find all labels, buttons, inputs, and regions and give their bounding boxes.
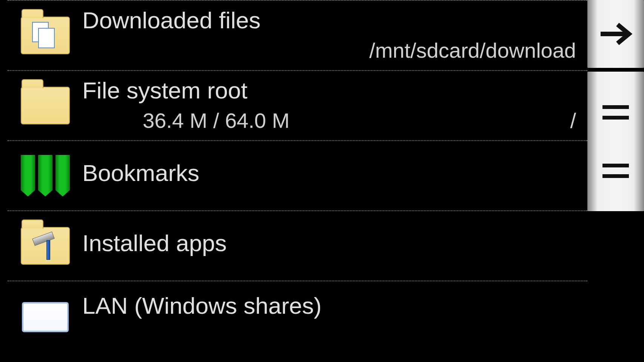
list-item-downloaded-files[interactable]: Downloaded files /mnt/sdcard/download [8,0,587,70]
item-title: Downloaded files [82,7,576,34]
item-title: File system root [82,77,576,104]
sidebar [587,0,644,362]
item-sub-right: / [290,108,576,133]
list-item-filesystem-root[interactable]: File system root 36.4 M / 64.0 M / [8,70,587,140]
arrow-right-icon [599,21,633,47]
item-text: Installed apps [82,217,576,275]
menu-icon [602,164,629,178]
item-text: LAN (Windows shares) [82,293,576,320]
folder-hammer-icon [19,221,72,270]
folder-icon [19,81,72,130]
item-sub-left: 36.4 M / 64.0 M [82,108,290,133]
file-list: Downloaded files /mnt/sdcard/download Fi… [0,0,587,362]
item-title: Bookmarks [82,160,576,186]
lan-icon [19,293,72,342]
list-item-installed-apps[interactable]: Installed apps [8,210,587,281]
folder-docs-icon [19,11,72,60]
item-sub-right: /mnt/sdcard/download [82,38,576,63]
bookmark-icon [19,151,72,200]
list-item-lan[interactable]: LAN (Windows shares) [8,281,587,326]
item-text: File system root 36.4 M / 64.0 M / [82,77,576,134]
item-title: LAN (Windows shares) [82,292,576,319]
menu-button[interactable] [587,72,644,211]
item-title: Installed apps [82,230,576,256]
forward-button[interactable] [587,0,644,68]
list-item-bookmarks[interactable]: Bookmarks [8,140,587,210]
menu-icon [602,105,629,120]
item-text: Bookmarks [82,147,576,204]
item-text: Downloaded files /mnt/sdcard/download [82,7,576,64]
